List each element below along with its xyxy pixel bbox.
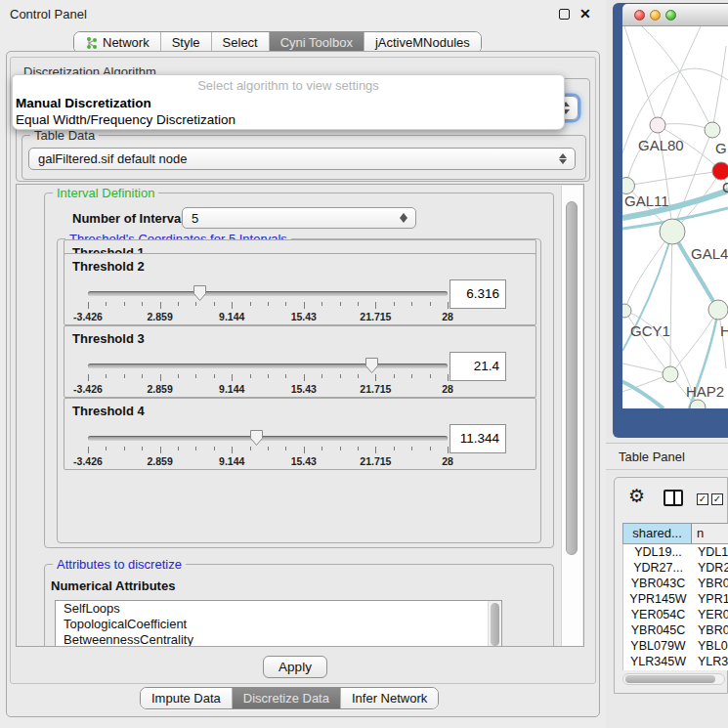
- popup-option-manual-discretization[interactable]: Manual Discretization: [16, 96, 151, 110]
- node-gal11: [622, 178, 635, 194]
- threshold-4-slider[interactable]: -3.4262.8599.14415.4321.71528: [88, 428, 448, 469]
- popup-option-equal-width-frequency[interactable]: Equal Width/Frequency Discretization: [16, 112, 236, 127]
- tab-network[interactable]: Network: [74, 32, 160, 53]
- popup-placeholder: Select algorithm to view settings: [13, 78, 564, 93]
- table-panel-region: Table Panel ⚙ ✓ ✓ shared... n YDL19...YD…: [606, 438, 728, 728]
- bottom-tab-bar: Impute Data Discretize Data Infer Networ…: [140, 687, 439, 709]
- table-data-value: galFiltered.sif default node: [38, 151, 187, 166]
- list-item[interactable]: TopologicalCoefficient: [56, 617, 501, 632]
- table-header-row: shared... n: [622, 523, 728, 544]
- table-row[interactable]: YER054CYER0: [623, 607, 728, 622]
- node-label: GAL4: [691, 245, 728, 262]
- settings-scroll-viewport: Interval Definition Number of Intervals …: [16, 184, 584, 647]
- tab-style[interactable]: Style: [160, 32, 211, 53]
- table-row[interactable]: YBR043CYBR0: [623, 576, 728, 591]
- node-hap2: [663, 366, 678, 382]
- node-gal4: [660, 219, 685, 244]
- list-scrollbar[interactable]: [488, 601, 501, 647]
- threshold-2-panel: Threshold 2 -3.4262.8599.14415.4321.7152…: [64, 253, 536, 325]
- slider-track[interactable]: [88, 436, 448, 441]
- column-split-icon[interactable]: [664, 490, 683, 506]
- slider-thumb[interactable]: [249, 429, 264, 447]
- column-header-name[interactable]: n: [692, 524, 728, 543]
- network-view-window[interactable]: GAL80 G. C GAL11 GAL4 GCY1 H HAP2: [613, 3, 728, 438]
- tab-infer-network[interactable]: Infer Network: [340, 688, 438, 708]
- gear-icon[interactable]: ⚙: [628, 487, 645, 506]
- threshold-2-label: Threshold 2: [72, 259, 145, 274]
- slider-track[interactable]: [88, 291, 448, 296]
- threshold-4-label: Threshold 4: [72, 404, 145, 418]
- slider-thumb[interactable]: [193, 284, 207, 302]
- minimize-traffic-light-icon[interactable]: [650, 10, 661, 21]
- list-item[interactable]: SelfLoops: [56, 601, 501, 617]
- table-row[interactable]: YIL052CYIL0: [623, 669, 728, 670]
- slider-scale: -3.4262.8599.14415.4321.71528: [88, 311, 448, 322]
- close-traffic-light-icon[interactable]: [634, 10, 645, 21]
- table-panel-header: Table Panel: [606, 443, 728, 470]
- scrollbar-thumb[interactable]: [625, 675, 715, 683]
- threshold-2-slider[interactable]: -3.4262.8599.14415.4321.71528: [88, 283, 448, 324]
- table-row[interactable]: YBR045CYBR0: [623, 622, 728, 638]
- attributes-to-discretize-group: Attributes to discretize Numerical Attri…: [44, 564, 554, 647]
- control-panel-titlebar: Control Panel ✕: [0, 0, 606, 27]
- tab-select[interactable]: Select: [211, 32, 269, 53]
- checkbox-icon[interactable]: ✓: [697, 493, 708, 505]
- table-body[interactable]: YDL19...YDL1 YDR27...YDR2 YBR043CYBR0 YP…: [622, 544, 728, 670]
- table-data-combobox[interactable]: galFiltered.sif default node: [28, 148, 576, 170]
- slider-track[interactable]: [88, 364, 448, 368]
- slider-scale: -3.4262.8599.14415.4321.71528: [88, 455, 448, 467]
- table-panel-body: ⚙ ✓ ✓ shared... n YDL19...YDL1 YDR27...Y…: [614, 477, 728, 694]
- number-of-intervals-combobox[interactable]: 5: [182, 207, 416, 229]
- number-of-intervals-label: Number of Intervals: [72, 211, 192, 226]
- threshold-3-slider[interactable]: -3.4262.8599.14415.4321.71528: [88, 356, 448, 397]
- node-label: GCY1: [630, 322, 670, 339]
- node-attribute-table: shared... n YDL19...YDL1 YDR27...YDR2 YB…: [622, 523, 728, 670]
- table-row[interactable]: YBL079WYBL0: [623, 638, 728, 654]
- node-red: [712, 162, 728, 180]
- combo-arrows-icon: [400, 208, 408, 228]
- numerical-attributes-list[interactable]: SelfLoops TopologicalCoefficient Between…: [55, 600, 502, 647]
- apply-button[interactable]: Apply: [263, 656, 327, 678]
- tab-network-label: Network: [103, 32, 150, 53]
- slider-ticks: [88, 302, 448, 310]
- column-header-shared-name[interactable]: shared...: [622, 524, 692, 543]
- tab-cyni-toolbox[interactable]: Cyni Toolbox: [269, 32, 364, 53]
- slider-scale: -3.4262.8599.14415.4321.71528: [88, 383, 448, 395]
- node-label: G.: [715, 140, 728, 156]
- node-label: GAL11: [624, 193, 669, 209]
- list-item[interactable]: BetweennessCentrality: [56, 632, 501, 647]
- settings-scrollbar[interactable]: [561, 186, 582, 647]
- checkbox-icon[interactable]: ✓: [711, 493, 723, 505]
- threshold-2-value-field[interactable]: 6.316: [450, 279, 506, 309]
- table-row[interactable]: YDL19...YDL1: [623, 544, 728, 560]
- node-h: [708, 300, 728, 320]
- node-gal80: [650, 117, 665, 133]
- horizontal-scrollbar[interactable]: [622, 673, 725, 685]
- tab-jactivemnodules[interactable]: jActiveMNodules: [364, 32, 481, 53]
- thresholds-coordinates-group: Threshold's Coordinates for 5 Intervals …: [57, 238, 541, 543]
- threshold-3-value-field[interactable]: 21.4: [450, 352, 506, 381]
- table-panel-title: Table Panel: [619, 450, 685, 464]
- slider-thumb[interactable]: [364, 357, 379, 374]
- float-window-icon[interactable]: [559, 9, 570, 20]
- combo-arrows-icon: [559, 149, 568, 169]
- network-canvas[interactable]: GAL80 G. C GAL11 GAL4 GCY1 H HAP2: [622, 26, 728, 408]
- numerical-attributes-label: Numerical Attributes: [51, 578, 175, 593]
- attributes-group-title: Attributes to discretize: [53, 557, 186, 572]
- node-label: HAP2: [686, 383, 724, 400]
- node-label: H: [720, 322, 728, 339]
- threshold-3-label: Threshold 3: [72, 331, 145, 346]
- table-row[interactable]: YLR345WYLR3: [623, 654, 728, 669]
- scrollbar-thumb[interactable]: [566, 201, 578, 555]
- threshold-4-value-field[interactable]: 11.344: [450, 424, 506, 453]
- table-row[interactable]: YDR27...YDR2: [623, 560, 728, 576]
- algorithm-dropdown-popup: Select algorithm to view settings Manual…: [12, 74, 565, 130]
- scrollbar-thumb[interactable]: [491, 603, 499, 646]
- table-row[interactable]: YPR145WYPR1: [623, 591, 728, 607]
- tab-impute-data[interactable]: Impute Data: [141, 688, 232, 708]
- close-icon[interactable]: ✕: [579, 5, 591, 22]
- zoom-traffic-light-icon[interactable]: [665, 10, 676, 21]
- threshold-4-panel: Threshold 4 -3.4262.8599.14415.4321.7152…: [64, 398, 536, 470]
- network-window-titlebar[interactable]: [622, 4, 728, 26]
- tab-discretize-data[interactable]: Discretize Data: [232, 688, 340, 708]
